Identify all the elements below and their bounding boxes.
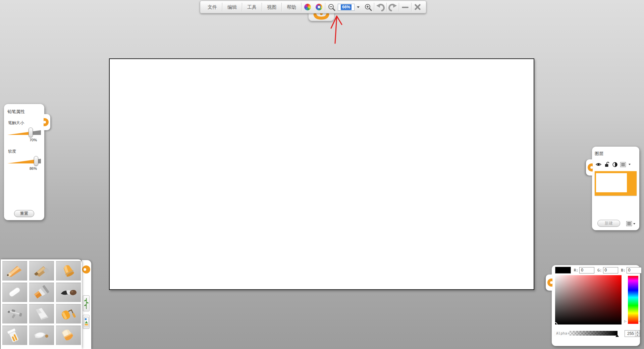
list-menu-icon[interactable]	[626, 221, 632, 226]
current-color-swatch	[555, 267, 571, 273]
slider-thumb[interactable]	[29, 128, 33, 137]
brush-size-value: 70%	[7, 138, 37, 142]
alpha-label: Alpha	[554, 331, 570, 336]
redo-icon	[388, 3, 397, 11]
community-button[interactable]	[302, 1, 313, 13]
smudge-tool-icon	[31, 327, 52, 343]
blue-channel-input[interactable]: 0	[627, 267, 642, 273]
new-layer-button[interactable]: 新建	[597, 220, 620, 227]
alpha-spin-down-icon[interactable]: ▼	[635, 334, 640, 337]
app-logo-tab[interactable]	[308, 12, 334, 21]
saturation-value-gradient[interactable]	[555, 275, 622, 325]
alpha-slider-marker[interactable]	[615, 334, 619, 337]
smile-logo-icon	[311, 12, 332, 20]
zoom-in-icon	[364, 3, 372, 11]
menu-view[interactable]: 视图	[262, 1, 281, 13]
menu-edit[interactable]: 编辑	[223, 1, 241, 13]
toolbar-separator	[262, 3, 262, 11]
grip-ring-icon	[44, 118, 49, 126]
minimize-button[interactable]	[399, 1, 411, 13]
menu-help[interactable]: 帮助	[282, 1, 301, 13]
softness-label: 软度	[8, 149, 41, 154]
list-menu-icon[interactable]	[620, 162, 626, 167]
ink-brush-icon	[58, 284, 79, 300]
red-channel-input[interactable]: 0	[579, 267, 594, 273]
zoom-in-button[interactable]	[362, 1, 374, 13]
close-icon	[414, 4, 421, 10]
toolbar-separator	[386, 3, 387, 11]
toolbar-separator	[301, 3, 302, 11]
tool-smudge-tool-button[interactable]	[29, 326, 54, 345]
plant-brush-button[interactable]	[83, 295, 90, 311]
tool-palette-knife-button[interactable]	[29, 304, 54, 323]
pencil-panel-title: 铅笔属性	[7, 109, 41, 115]
tool-chalk-button[interactable]	[2, 283, 27, 302]
alpha-value[interactable]: 255	[625, 331, 635, 337]
close-button[interactable]	[412, 1, 423, 13]
tool-paint-tube-button[interactable]	[2, 326, 27, 345]
alpha-slider[interactable]	[568, 331, 618, 336]
color-selection-cursor[interactable]	[555, 322, 557, 325]
toolbar-separator	[281, 3, 282, 11]
contrast-icon[interactable]	[612, 162, 618, 167]
hue-marker-left-icon[interactable]: ▷	[624, 320, 627, 323]
layer-menu-caret-icon[interactable]	[629, 164, 631, 165]
toolbar-separator	[411, 3, 412, 11]
grip-ring-icon	[588, 163, 593, 171]
panel-grip-handle[interactable]	[546, 275, 552, 291]
tool-paint-roller-button[interactable]	[56, 304, 81, 323]
green-channel-label: G:	[597, 268, 602, 272]
pencil-icon	[4, 263, 25, 279]
hue-marker-right-icon[interactable]: ◁	[639, 320, 641, 323]
layer-list-caret-icon[interactable]	[633, 223, 635, 225]
unlock-icon[interactable]	[604, 162, 610, 167]
zoom-level-value: 66%	[341, 4, 352, 10]
tool-marker-button[interactable]	[29, 283, 54, 302]
grip-ring-icon[interactable]	[82, 265, 90, 273]
panel-grip-handle[interactable]	[44, 114, 50, 130]
reset-button[interactable]: 重置	[14, 210, 34, 217]
main-toolbar: 文件 编辑 工具 视图 帮助 66%	[200, 1, 426, 13]
menu-file[interactable]: 文件	[203, 1, 222, 13]
brush-size-slider[interactable]	[7, 130, 41, 135]
softness-slider[interactable]	[7, 158, 41, 164]
paint-brush-icon	[31, 263, 52, 279]
alpha-spin-up-icon[interactable]: ▲	[635, 331, 640, 334]
redo-button[interactable]	[387, 1, 398, 13]
tool-grid	[2, 261, 80, 345]
toolbar-separator	[399, 3, 399, 11]
visibility-eye-icon[interactable]	[595, 162, 602, 167]
online-gallery-button[interactable]	[313, 1, 325, 13]
palette-knife-icon	[31, 306, 52, 322]
layers-panel: 图层 新建	[592, 147, 639, 230]
color-picker-panel: R: 0 G: 0 B: 0 ▷ ◁ Alpha 255 ▲ ▼	[552, 265, 640, 346]
slider-thumb[interactable]	[34, 156, 38, 166]
zoom-out-button[interactable]	[326, 1, 337, 13]
toolbar-separator	[242, 3, 242, 11]
texture-stamp-icon	[84, 316, 89, 327]
zoom-out-icon	[328, 3, 335, 11]
tool-pencil-button[interactable]	[2, 261, 27, 281]
slider-track	[7, 130, 41, 135]
layer-thumbnail[interactable]	[595, 171, 637, 196]
drawing-canvas[interactable]	[109, 58, 534, 290]
tool-ink-brush-button[interactable]	[56, 283, 81, 302]
tool-paint-brush-button[interactable]	[29, 261, 54, 281]
menu-tools[interactable]: 工具	[243, 1, 261, 13]
minimize-icon	[401, 4, 409, 10]
panel-grip-handle[interactable]	[586, 159, 593, 176]
paint-tube-icon	[4, 327, 25, 343]
eraser-icon	[58, 327, 79, 343]
tool-eraser-button[interactable]	[56, 326, 81, 345]
toolbar-separator	[325, 3, 325, 11]
green-channel-input[interactable]: 0	[603, 267, 618, 273]
zoom-level-field[interactable]: 66%	[338, 4, 355, 11]
tool-airbrush-button[interactable]	[2, 304, 27, 323]
hue-strip[interactable]	[628, 276, 638, 324]
tool-palette-panel	[1, 259, 82, 349]
blue-channel-label: B:	[621, 268, 626, 272]
texture-stamp-button[interactable]	[83, 315, 90, 329]
undo-button[interactable]	[375, 1, 386, 13]
zoom-dropdown-caret[interactable]	[357, 6, 360, 8]
tool-crayon-button[interactable]	[56, 261, 81, 281]
